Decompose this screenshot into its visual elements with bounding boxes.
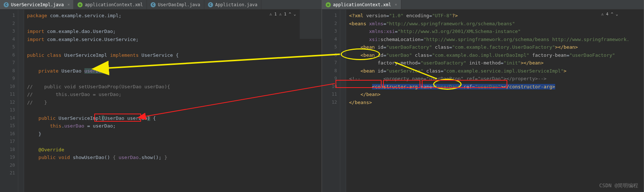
xml-file-icon: ⚙	[326, 2, 331, 7]
left-editor-pane: C UserServiceImpl.java × ⚙ applicationCo…	[0, 0, 322, 192]
left-editor[interactable]: 1 2 3 4 5 6 7 8 9 10 11 12 13 14 15 16 1…	[0, 10, 322, 192]
tab-appcontext-right[interactable]: ⚙ applicationContext.xml ×	[322, 0, 401, 9]
java-file-icon: C	[4, 2, 9, 7]
tab-application[interactable]: C Applictaion.java	[204, 0, 262, 9]
fold-gutter	[340, 10, 346, 192]
tab-label: applicationContext.xml	[85, 2, 143, 7]
close-icon[interactable]: ×	[68, 2, 70, 7]
tab-label: Applictaion.java	[215, 2, 258, 7]
tab-userserviceimpl[interactable]: C UserServiceImpl.java ×	[0, 0, 74, 9]
xml-file-icon: ⚙	[77, 2, 83, 7]
right-editor[interactable]: 1 2 3 4 5 6 7 8 9 10 11 12 <?xml version…	[322, 10, 644, 192]
minimap[interactable]	[300, 10, 322, 39]
java-file-icon: C	[208, 2, 213, 7]
watermark: CSDN @简明编程	[599, 182, 638, 189]
java-file-icon: C	[151, 2, 156, 7]
fold-gutter	[18, 10, 24, 192]
code-area[interactable]: package com.example.service.impl; import…	[24, 10, 322, 192]
tab-label: UserDaoImpl.java	[158, 2, 200, 7]
right-tabs: ⚙ applicationContext.xml ×	[322, 0, 644, 10]
right-editor-pane: ⚙ applicationContext.xml × 1 2 3 4 5 6 7…	[322, 0, 644, 192]
tab-userdaoimpl[interactable]: C UserDaoImpl.java	[147, 0, 204, 9]
tab-appcontext[interactable]: ⚙ applicationContext.xml	[74, 0, 147, 9]
code-area[interactable]: <?xml version="1.0" encoding="UTF-8"?> <…	[346, 10, 644, 192]
close-icon[interactable]: ×	[395, 2, 397, 7]
tab-label: UserServiceImpl.java	[11, 2, 64, 7]
left-tabs: C UserServiceImpl.java × ⚙ applicationCo…	[0, 0, 322, 10]
line-gutter: 1 2 3 4 5 6 7 8 9 10 11 12	[322, 10, 340, 192]
line-gutter: 1 2 3 4 5 6 7 8 9 10 11 12 13 14 15 16 1…	[0, 10, 18, 192]
warning-badge[interactable]: ⚠ 4 ^ ⌄	[601, 12, 618, 16]
tab-label: applicationContext.xml	[333, 2, 391, 7]
warning-badge[interactable]: ⚠ 1 ⚠ 1 ^ ⌄	[269, 12, 296, 16]
